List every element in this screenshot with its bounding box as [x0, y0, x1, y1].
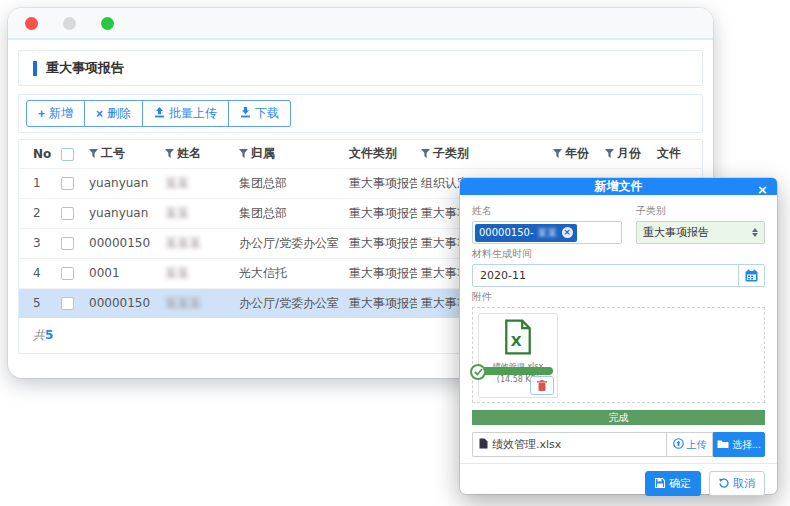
toolbar: + 新增 × 删除 批量上传 下载 [18, 94, 703, 133]
subcategory-field-label: 子类别 [636, 204, 765, 218]
plus-icon: + [38, 108, 45, 120]
file-icon [479, 438, 488, 452]
name-tag: 00000150-某某 × [475, 224, 577, 242]
remove-tag-icon[interactable]: × [562, 227, 573, 238]
delete-button[interactable]: × 删除 [85, 100, 143, 127]
confirm-button-label: 确定 [669, 476, 691, 491]
page-title: 重大事项报告 [46, 59, 124, 77]
svg-text:X: X [511, 333, 522, 349]
folder-icon [717, 439, 729, 451]
col-emp-id[interactable]: 工号 [85, 140, 161, 168]
row-checkbox[interactable] [61, 297, 74, 310]
date-value: 2020-11 [473, 269, 738, 282]
file-path-value: 绩效管理.xlsx [492, 437, 561, 452]
col-name[interactable]: 姓名 [161, 140, 235, 168]
modal-footer: 确定 取消 [460, 463, 777, 503]
page: 重大事项报告 + 新增 × 删除 批量上传 [0, 0, 790, 506]
total-count-prefix: 共 [33, 328, 45, 342]
row-checkbox[interactable] [61, 207, 74, 220]
cancel-button-label: 取消 [733, 476, 755, 491]
redacted-name: 某某 [165, 176, 189, 190]
modal-title: 新增文件 [595, 178, 643, 195]
upload-button[interactable]: 上传 [666, 432, 713, 457]
batch-upload-button[interactable]: 批量上传 [143, 100, 229, 127]
filter-icon[interactable] [239, 147, 248, 161]
filter-icon[interactable] [421, 147, 430, 161]
page-title-panel: 重大事项报告 [18, 50, 703, 86]
col-no: No [19, 140, 57, 168]
col-subcategory[interactable]: 子类别 [417, 140, 549, 168]
add-button[interactable]: + 新增 [26, 100, 85, 127]
upload-button-label: 上传 [687, 438, 707, 452]
redacted-name: 某某 [165, 206, 189, 220]
name-tag-redacted-name: 某某 [538, 226, 558, 240]
table-header-row: No 工号 姓名 归属 文件类别 子类别 年份 月份 文件 [19, 140, 702, 168]
upload-status-label: 完成 [609, 411, 629, 425]
download-button[interactable]: 下载 [229, 100, 291, 127]
subcategory-select[interactable]: 重大事项报告 [636, 221, 765, 244]
col-org[interactable]: 归属 [235, 140, 345, 168]
upload-icon [154, 107, 165, 121]
select-all-checkbox[interactable] [61, 148, 74, 161]
filter-icon[interactable] [89, 147, 98, 161]
choose-file-button-label: 选择... [732, 438, 760, 452]
col-category: 文件类别 [345, 140, 417, 168]
file-input-group: 绩效管理.xlsx 上传 选择... [472, 432, 765, 457]
title-accent-bar [33, 61, 37, 76]
row-checkbox[interactable] [61, 267, 74, 280]
upload-circle-icon [673, 438, 684, 451]
select-arrows-icon [752, 228, 758, 237]
modal-header: 新增文件 × [460, 178, 777, 195]
choose-file-button[interactable]: 选择... [713, 432, 765, 457]
close-window-button[interactable] [25, 17, 38, 30]
name-tag-id: 00000150- [479, 227, 534, 238]
redacted-name: 某某某 [165, 236, 201, 250]
redacted-name: 某某某 [165, 296, 201, 310]
add-file-modal: 新增文件 × 姓名 00000150-某某 × 子类别 重大 [460, 178, 777, 494]
filter-icon[interactable] [165, 147, 174, 161]
delete-button-label: 删除 [107, 105, 131, 122]
filter-icon[interactable] [605, 147, 614, 161]
toolbar-button-group: + 新增 × 删除 批量上传 下载 [26, 100, 291, 127]
filter-icon[interactable] [553, 147, 562, 161]
modal-body: 姓名 00000150-某某 × 子类别 重大事项报告 [460, 195, 777, 463]
file-path-field[interactable]: 绩效管理.xlsx [472, 432, 666, 457]
col-file: 文件 [653, 140, 702, 168]
uploaded-file-card: X 绩效管理.xlsx (14.58 KB) [478, 313, 558, 398]
close-icon[interactable]: × [757, 182, 768, 197]
minimize-window-button[interactable] [63, 17, 76, 30]
batch-upload-button-label: 批量上传 [169, 105, 217, 122]
download-icon [240, 107, 251, 121]
name-field-label: 姓名 [472, 204, 622, 218]
check-circle-icon [470, 364, 486, 380]
confirm-button[interactable]: 确定 [645, 471, 701, 496]
cancel-button[interactable]: 取消 [709, 471, 765, 496]
row-checkbox[interactable] [61, 237, 74, 250]
undo-icon [719, 478, 729, 490]
upload-progress-bar [475, 367, 553, 375]
add-button-label: 新增 [49, 105, 73, 122]
col-month[interactable]: 月份 [601, 140, 653, 168]
date-field-label: 材料生成时间 [472, 247, 765, 261]
upload-status-bar: 完成 [472, 410, 765, 425]
x-icon: × [96, 108, 103, 120]
date-input[interactable]: 2020-11 [472, 264, 765, 287]
total-count: 5 [45, 328, 53, 342]
attachment-field-label: 附件 [472, 290, 765, 304]
window-titlebar [8, 8, 713, 40]
download-button-label: 下载 [255, 105, 279, 122]
col-year[interactable]: 年份 [549, 140, 601, 168]
save-icon [655, 478, 665, 490]
maximize-window-button[interactable] [101, 17, 114, 30]
excel-file-icon: X [503, 319, 533, 359]
trash-icon [537, 380, 547, 391]
name-input[interactable]: 00000150-某某 × [472, 221, 622, 244]
subcategory-selected-value: 重大事项报告 [643, 225, 709, 240]
calendar-icon[interactable] [738, 265, 764, 286]
delete-file-button[interactable] [530, 376, 554, 395]
redacted-name: 某某 [165, 266, 189, 280]
attachment-dropzone[interactable]: X 绩效管理.xlsx (14.58 KB) [472, 307, 765, 403]
col-select [57, 140, 85, 168]
row-checkbox[interactable] [61, 177, 74, 190]
